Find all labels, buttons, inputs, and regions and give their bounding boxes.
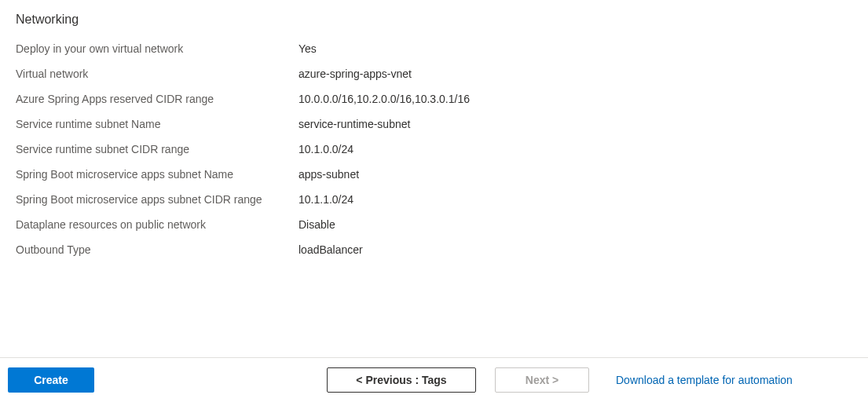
value-runtime-subnet-cidr: 10.1.0.0/24 bbox=[298, 141, 852, 157]
label-deploy-vnet: Deploy in your own virtual network bbox=[16, 41, 298, 57]
value-virtual-network: azure-spring-apps-vnet bbox=[298, 66, 852, 82]
row-runtime-subnet-name: Service runtime subnet Name service-runt… bbox=[16, 116, 852, 132]
row-runtime-subnet-cidr: Service runtime subnet CIDR range 10.1.0… bbox=[16, 141, 852, 157]
row-cidr-range: Azure Spring Apps reserved CIDR range 10… bbox=[16, 91, 852, 107]
footer-nav-group: < Previous : Tags Next > bbox=[327, 367, 589, 393]
value-cidr-range: 10.0.0.0/16,10.2.0.0/16,10.3.0.1/16 bbox=[298, 91, 852, 107]
value-apps-subnet-cidr: 10.1.1.0/24 bbox=[298, 192, 852, 207]
label-runtime-subnet-name: Service runtime subnet Name bbox=[16, 116, 298, 132]
value-apps-subnet-name: apps-subnet bbox=[298, 166, 852, 182]
label-apps-subnet-name: Spring Boot microservice apps subnet Nam… bbox=[16, 166, 298, 182]
label-apps-subnet-cidr: Spring Boot microservice apps subnet CID… bbox=[16, 192, 298, 207]
label-outbound-type: Outbound Type bbox=[16, 242, 298, 258]
footer-link-wrap: Download a template for automation bbox=[616, 374, 793, 386]
value-outbound-type: loadBalancer bbox=[298, 242, 852, 258]
value-runtime-subnet-name: service-runtime-subnet bbox=[298, 116, 852, 132]
row-outbound-type: Outbound Type loadBalancer bbox=[16, 242, 852, 258]
label-virtual-network: Virtual network bbox=[16, 66, 298, 82]
download-template-link[interactable]: Download a template for automation bbox=[616, 374, 793, 386]
row-apps-subnet-cidr: Spring Boot microservice apps subnet CID… bbox=[16, 192, 852, 207]
wizard-footer: Create < Previous : Tags Next > Download… bbox=[0, 357, 868, 402]
row-apps-subnet-name: Spring Boot microservice apps subnet Nam… bbox=[16, 166, 852, 182]
value-dataplane: Disable bbox=[298, 217, 852, 232]
row-dataplane: Dataplane resources on public network Di… bbox=[16, 217, 852, 232]
row-deploy-vnet: Deploy in your own virtual network Yes bbox=[16, 41, 852, 57]
label-dataplane: Dataplane resources on public network bbox=[16, 217, 298, 232]
create-button[interactable]: Create bbox=[8, 367, 94, 393]
networking-section: Networking Deploy in your own virtual ne… bbox=[0, 0, 868, 258]
label-cidr-range: Azure Spring Apps reserved CIDR range bbox=[16, 91, 298, 107]
section-title: Networking bbox=[16, 13, 852, 27]
next-button: Next > bbox=[495, 367, 589, 393]
previous-button[interactable]: < Previous : Tags bbox=[327, 367, 476, 393]
label-runtime-subnet-cidr: Service runtime subnet CIDR range bbox=[16, 141, 298, 157]
value-deploy-vnet: Yes bbox=[298, 41, 852, 57]
footer-left-group: Create bbox=[8, 367, 327, 393]
row-virtual-network: Virtual network azure-spring-apps-vnet bbox=[16, 66, 852, 82]
